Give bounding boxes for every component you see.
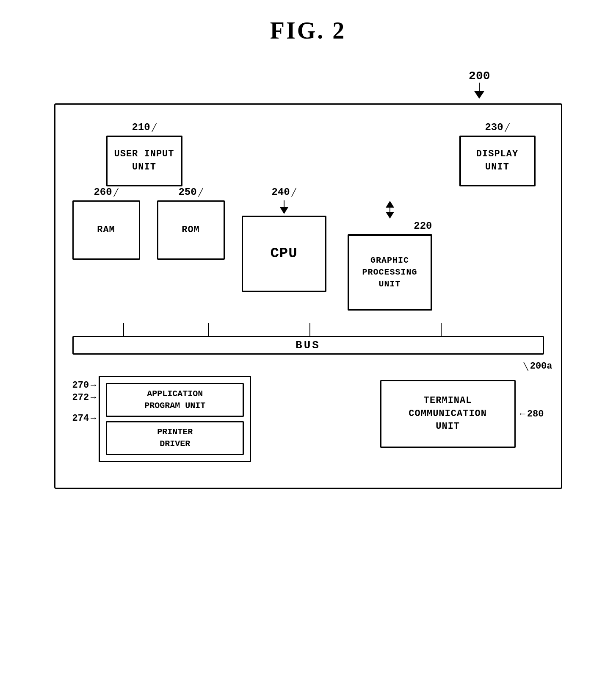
printer-driver-box: PRINTER DRIVER [106, 421, 244, 455]
rom-box: ROM [157, 200, 225, 260]
bus-container: BUS ╲ 200a [72, 323, 544, 355]
ref-label-200: 200 [469, 69, 490, 83]
ref-label-270: 270 → [72, 380, 97, 391]
graphic-processing-unit-box: GRAPHIC PROCESSING UNIT [348, 234, 432, 311]
page-title: FIG. 2 [270, 17, 346, 44]
main-system-box: 210 ╱ USER INPUT UNIT 23 [54, 103, 562, 489]
ref-label-274: 274 → [72, 413, 97, 424]
ref-label-250: 250 ╱ [178, 186, 203, 198]
ref-label-240: 240 ╱ [271, 186, 296, 198]
application-outer-box: APPLICATION PROGRAM UNIT PRINTER DRIVER [99, 376, 251, 462]
ref-label-230: 230 ╱ [485, 122, 509, 133]
ref-label-200a: ╲ 200a [524, 361, 552, 372]
application-program-unit-box: APPLICATION PROGRAM UNIT [106, 383, 244, 417]
ref-label-210: 210 ╱ [132, 122, 156, 133]
terminal-communication-unit-box: TERMINAL COMMUNICATION UNIT [380, 380, 516, 448]
ref-label-272: 272 → [72, 392, 97, 403]
ram-box: RAM [72, 200, 140, 260]
bus-bar: BUS [72, 336, 544, 355]
display-unit-box: DISPLAY UNIT [459, 136, 536, 186]
ref-label-220: 220 [414, 220, 432, 232]
user-input-unit-box: USER INPUT UNIT [106, 136, 182, 186]
ref-label-260: 260 ╱ [94, 186, 118, 198]
cpu-box: CPU [242, 216, 326, 292]
ref-label-280: ← 280 [520, 409, 544, 419]
